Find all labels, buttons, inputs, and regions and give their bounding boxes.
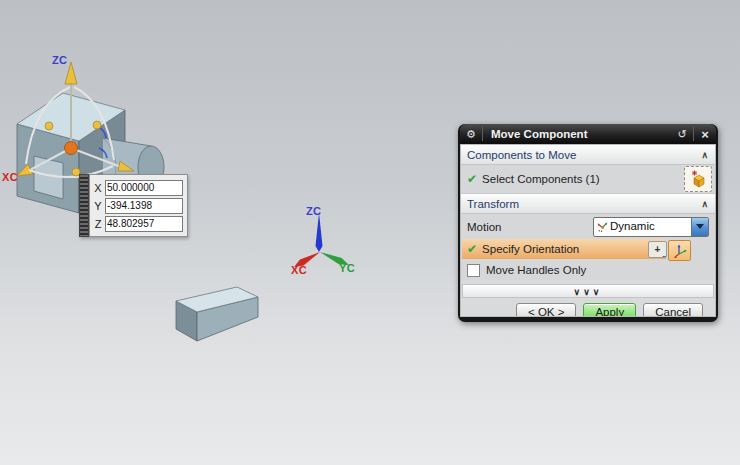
rotate-ball-zx[interactable] xyxy=(45,122,53,130)
close-icon: × xyxy=(701,127,709,142)
coordinate-fields: X Y Z xyxy=(89,174,188,237)
reset-icon: ↺ xyxy=(677,128,686,141)
motion-selected-value: Dynamic xyxy=(610,218,691,236)
motion-row: Motion Dynamic xyxy=(461,214,715,239)
y-field-label: Y xyxy=(93,200,103,212)
dots-icon: ... xyxy=(662,251,665,258)
specify-orientation-label: Specify Orientation xyxy=(482,243,579,255)
dropdown-arrow-button[interactable] xyxy=(691,218,708,236)
select-components-row[interactable]: ✔ Select Components (1) xyxy=(461,165,715,194)
x-field-label: X xyxy=(93,182,103,194)
plus-icon: + xyxy=(655,244,661,255)
origin-ball-handle[interactable] xyxy=(65,142,78,155)
chevron-down-icon xyxy=(696,224,704,229)
z-coordinate-row: Z xyxy=(93,215,183,232)
dialog-body: Components to Move ∧ ✔ Select Components… xyxy=(460,144,716,317)
dialog-button-row: < OK > Apply Cancel xyxy=(461,298,715,317)
csys-dialog-button[interactable]: + ... xyxy=(648,241,667,258)
transform-label: Transform xyxy=(467,198,519,210)
dynamic-motion-icon xyxy=(594,218,610,236)
z-coordinate-input[interactable] xyxy=(105,216,183,232)
dialog-reset-button[interactable]: ↺ xyxy=(673,126,691,142)
triad-zc-label: ZC xyxy=(306,205,321,217)
collapse-chevron-icon[interactable]: ∧ xyxy=(701,150,708,160)
motion-label: Motion xyxy=(467,221,593,233)
motion-dropdown[interactable]: Dynamic xyxy=(593,217,709,237)
csys-axes-icon xyxy=(672,243,688,259)
titlebar-divider xyxy=(482,127,483,141)
gear-icon: ⚙ xyxy=(466,128,476,141)
expand-dialog-bar[interactable]: ∨∨∨ xyxy=(462,284,714,298)
component-bar[interactable] xyxy=(176,287,258,341)
move-handles-only-row[interactable]: Move Handles Only xyxy=(461,260,715,280)
expand-chevrons-icon: ∨∨∨ xyxy=(574,287,603,297)
x-coordinate-input[interactable] xyxy=(105,180,183,196)
ok-button[interactable]: < OK > xyxy=(516,303,576,317)
move-component-dialog: ⚙ Move Component ↺ × Components to Move … xyxy=(458,124,718,322)
cancel-button[interactable]: Cancel xyxy=(643,303,703,317)
select-components-button[interactable] xyxy=(684,166,712,192)
y-coordinate-row: Y xyxy=(93,197,183,214)
dialog-titlebar[interactable]: ⚙ Move Component ↺ × xyxy=(460,124,716,144)
z-field-label: Z xyxy=(93,218,103,230)
x-coordinate-row: X xyxy=(93,179,183,196)
triad-yc-label: YC xyxy=(339,262,355,274)
dialog-options-button[interactable]: ⚙ xyxy=(462,126,480,142)
manipulator-button[interactable] xyxy=(668,240,691,261)
titlebar-divider xyxy=(693,127,694,141)
select-component-cube-icon xyxy=(688,169,708,189)
manipulator-xc-label: XC xyxy=(2,171,18,183)
select-components-label: Select Components (1) xyxy=(482,173,684,185)
move-handles-checkbox[interactable] xyxy=(467,264,480,277)
y-coordinate-input[interactable] xyxy=(105,198,183,214)
dynamic-input-panel: X Y Z xyxy=(79,174,188,237)
graphics-viewport[interactable]: ZC XC YC ZC XC YC X Y Z ⚙ xyxy=(0,0,740,465)
transform-header[interactable]: Transform ∧ xyxy=(461,194,715,214)
checkmark-icon: ✔ xyxy=(467,172,477,186)
move-handles-label: Move Handles Only xyxy=(486,264,709,276)
dialog-close-button[interactable]: × xyxy=(696,126,714,142)
checkmark-icon: ✔ xyxy=(467,242,477,256)
components-to-move-label: Components to Move xyxy=(467,149,576,161)
wcs-triad xyxy=(294,213,349,267)
specify-orientation-row[interactable]: ✔ Specify Orientation + ... xyxy=(461,239,715,260)
components-to-move-header[interactable]: Components to Move ∧ xyxy=(461,145,715,165)
panel-drag-handle[interactable] xyxy=(79,174,89,237)
rotate-ball-zy[interactable] xyxy=(93,121,101,129)
dialog-title: Move Component xyxy=(485,128,673,140)
collapse-chevron-icon[interactable]: ∧ xyxy=(701,199,708,209)
manipulator-zc-label: ZC xyxy=(52,54,67,66)
triad-xc-label: XC xyxy=(291,264,307,276)
apply-button[interactable]: Apply xyxy=(583,303,636,317)
